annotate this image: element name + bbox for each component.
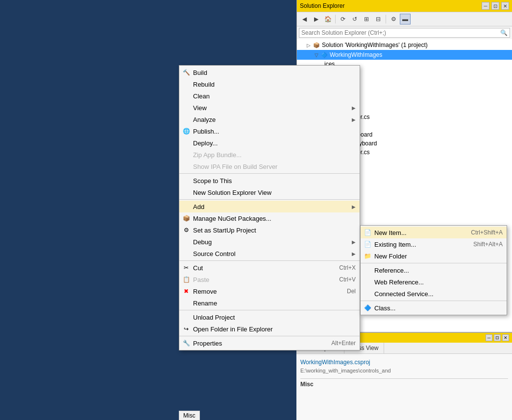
project-path: E:\working_with_images\controls_and: [300, 368, 391, 373]
new-item-shortcut: Ctrl+Shift+A: [471, 229, 503, 236]
add-arrow-icon: ▶: [352, 204, 356, 210]
submenu-class-label: Class...: [374, 304, 503, 312]
menu-item-properties[interactable]: 🔧 Properties Alt+Enter: [179, 337, 360, 349]
existing-item-icon: 📄: [364, 240, 371, 248]
paste-shortcut: Ctrl+V: [339, 276, 356, 283]
separator-3: [179, 260, 360, 261]
properties-icon: 🔧: [182, 339, 190, 347]
submenu-new-item-label: New Item...: [374, 229, 461, 236]
menu-item-zip: Zip App Bundle...: [179, 149, 360, 161]
menu-item-add-label: Add: [193, 203, 350, 210]
home-button[interactable]: 🏠: [322, 14, 333, 24]
submenu-web-reference-label: Web Reference...: [374, 279, 503, 286]
menu-item-unload-label: Unload Project: [193, 314, 356, 321]
debug-arrow-icon: ▶: [352, 239, 356, 245]
solution-explorer-title: Solution Explorer: [300, 2, 344, 9]
menu-item-cut[interactable]: ✂ Cut Ctrl+X: [179, 262, 360, 274]
new-item-icon: 📄: [364, 229, 371, 236]
menu-item-manage-nuget[interactable]: 📦 Manage NuGet Packages...: [179, 212, 360, 224]
search-icon[interactable]: 🔍: [500, 29, 508, 36]
menu-item-set-startup[interactable]: ⚙ Set as StartUp Project: [179, 224, 360, 236]
solution-explorer-toolbar: ◀ ▶ 🏠 ⟳ ↺ ⊞ ⊟ ⚙ ▬: [297, 12, 512, 26]
menu-item-source-control-label: Source Control: [193, 250, 350, 257]
menu-item-add[interactable]: Add ▶: [179, 201, 360, 212]
view-arrow-icon: ▶: [352, 105, 356, 111]
titlebar-buttons: ─ ⊡ ✕: [482, 2, 509, 10]
filter-button[interactable]: ⊟: [373, 14, 384, 24]
tree-arrow: ▷: [307, 43, 313, 48]
bottom-close-btn[interactable]: ✕: [502, 334, 509, 341]
close-button[interactable]: ✕: [501, 2, 509, 10]
project-label: WorkingWithImages: [330, 51, 382, 58]
class-icon: 🔷: [364, 304, 371, 312]
submenu-item-reference[interactable]: Reference...: [361, 264, 507, 276]
build-icon: 🔨: [182, 69, 190, 76]
prop-row-project: WorkingWithImages.csproj: [300, 358, 508, 367]
tree-item-solution[interactable]: ▷ 📦 Solution 'WorkingWithImages' (1 proj…: [297, 40, 512, 50]
submenu-item-class[interactable]: 🔷 Class...: [361, 302, 507, 314]
menu-item-deploy[interactable]: Deploy...: [179, 137, 360, 149]
new-folder-icon: 📁: [364, 252, 371, 260]
menu-item-analyze[interactable]: Analyze ▶: [179, 114, 360, 125]
remove-icon: ✖: [182, 287, 190, 295]
menu-item-publish[interactable]: 🌐 Publish...: [179, 125, 360, 137]
menu-item-paste-label: Paste: [193, 276, 329, 283]
menu-item-clean-label: Clean: [193, 93, 356, 100]
prop-row-path: E:\working_with_images\controls_and: [300, 367, 508, 374]
menu-item-debug[interactable]: Debug ▶: [179, 236, 360, 248]
collapse-button[interactable]: ⊞: [361, 14, 372, 24]
submenu-item-new-folder[interactable]: 📁 New Folder: [361, 250, 507, 262]
cut-shortcut: Ctrl+X: [339, 264, 356, 271]
submenu-item-existing-item[interactable]: 📄 Existing Item... Shift+Alt+A: [361, 238, 507, 250]
separator-5: [179, 336, 360, 336]
submenu-new-folder-label: New Folder: [374, 253, 503, 260]
menu-item-open-folder[interactable]: ↪ Open Folder in File Explorer: [179, 323, 360, 335]
bottom-pin-btn[interactable]: ⊡: [494, 334, 501, 341]
float-button[interactable]: ⊡: [491, 2, 499, 10]
sync-button[interactable]: ⟳: [338, 14, 348, 24]
active-button[interactable]: ▬: [400, 14, 411, 24]
submenu-item-web-reference[interactable]: Web Reference...: [361, 276, 507, 288]
menu-item-new-sol-view[interactable]: New Solution Explorer View: [179, 187, 360, 198]
project-link[interactable]: WorkingWithImages.csproj: [300, 359, 370, 366]
submenu-reference-label: Reference...: [374, 267, 503, 274]
submenu-existing-item-label: Existing Item...: [374, 241, 463, 248]
submenu-item-new-item[interactable]: 📄 New Item... Ctrl+Shift+A: [361, 227, 507, 238]
menu-item-deploy-label: Deploy...: [193, 140, 356, 147]
publish-icon: 🌐: [182, 127, 190, 135]
forward-button[interactable]: ▶: [311, 14, 321, 24]
menu-item-zip-label: Zip App Bundle...: [193, 151, 356, 159]
add-submenu: 📄 New Item... Ctrl+Shift+A 📄 Existing It…: [360, 225, 507, 315]
menu-item-rename[interactable]: Rename: [179, 297, 360, 309]
pin-button[interactable]: ─: [482, 2, 489, 10]
back-button[interactable]: ◀: [299, 14, 310, 24]
menu-item-open-folder-label: Open Folder in File Explorer: [193, 326, 356, 333]
search-bar: 🔍: [299, 28, 510, 38]
tree-item-project[interactable]: ▽ 🔷 WorkingWithImages: [297, 50, 512, 60]
menu-item-build[interactable]: 🔨 Build: [179, 67, 360, 78]
menu-item-rename-label: Rename: [193, 300, 356, 307]
menu-item-clean[interactable]: Clean: [179, 90, 360, 102]
submenu-item-connected-service[interactable]: Connected Service...: [361, 288, 507, 300]
menu-item-view[interactable]: View ▶: [179, 102, 360, 114]
nuget-icon: 📦: [182, 214, 190, 222]
project-icon: 🔷: [320, 51, 328, 59]
menu-item-rebuild[interactable]: Rebuild: [179, 78, 360, 90]
submenu-separator-2: [361, 301, 507, 301]
menu-item-debug-label: Debug: [193, 238, 350, 246]
search-input[interactable]: [301, 29, 500, 36]
refresh-button[interactable]: ↺: [349, 14, 360, 24]
menu-item-source-control[interactable]: Source Control ▶: [179, 248, 360, 259]
analyze-arrow-icon: ▶: [352, 117, 356, 122]
menu-item-show-ipa: Show IPA File on Build Server: [179, 161, 360, 172]
settings-button[interactable]: ⚙: [388, 14, 399, 24]
menu-item-scope-label: Scope to This: [193, 177, 356, 185]
menu-item-remove[interactable]: ✖ Remove Del: [179, 285, 360, 297]
startup-icon: ⚙: [182, 226, 190, 234]
menu-item-paste: 📋 Paste Ctrl+V: [179, 274, 360, 285]
menu-item-unload[interactable]: Unload Project: [179, 311, 360, 323]
submenu-connected-service-label: Connected Service...: [374, 290, 503, 298]
folder-icon: ↪: [182, 325, 190, 333]
menu-item-scope[interactable]: Scope to This: [179, 175, 360, 187]
bottom-minimize-btn[interactable]: ─: [486, 334, 492, 341]
